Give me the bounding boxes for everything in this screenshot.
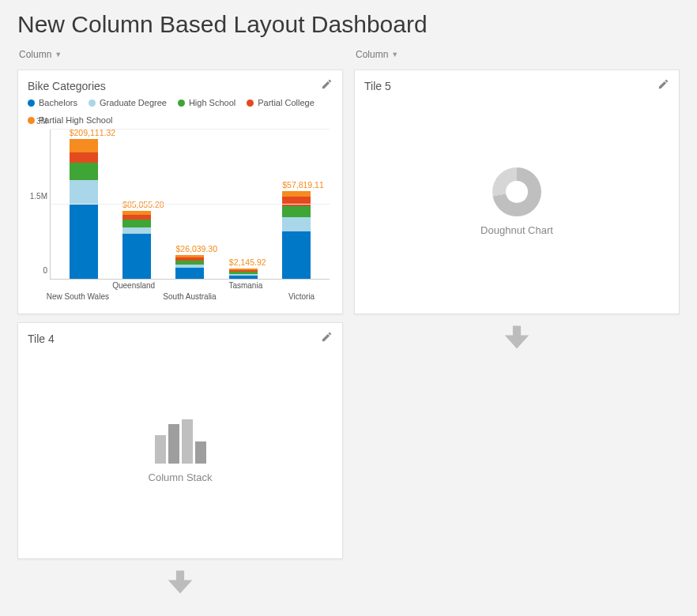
tile-bike-categories[interactable]: Bike Categories BachelorsGraduate Degree…: [17, 69, 343, 314]
legend-swatch: [89, 100, 96, 107]
legend-swatch: [178, 100, 185, 107]
gridline: [51, 204, 330, 205]
bar-segment: [122, 227, 151, 234]
x-axis-label: Victoria: [288, 292, 315, 301]
legend-item: Partial College: [247, 98, 315, 107]
bar-segment: [282, 217, 311, 231]
bar-slot: $209,111.32: [67, 139, 100, 279]
bar-segment: [122, 220, 151, 227]
bar-value-label: $57,819.11: [282, 180, 324, 190]
tile-5-title: Tile 5: [364, 80, 391, 92]
x-axis-label: Queensland: [112, 281, 155, 290]
chart-area: $209,111.32$85,055.28$26,039.30$2,145.92…: [50, 130, 330, 280]
column-left: Column ▼ Bike Categories BachelorsGradua…: [17, 43, 343, 597]
bar-slot: $26,039.30: [173, 255, 206, 279]
tile-5-placeholder-label: Doughnut Chart: [480, 224, 553, 236]
bar-value-label: $2,145.92: [229, 257, 266, 267]
tile-4-title: Tile 4: [28, 332, 55, 345]
column-right-label: Column: [356, 49, 388, 60]
caret-down-icon: ▼: [391, 51, 398, 58]
legend-item: Graduate Degree: [89, 98, 167, 107]
bar-slot: $2,145.92: [227, 269, 260, 279]
bar-value-label: $85,055.28: [122, 200, 164, 209]
caret-down-icon: ▼: [55, 51, 62, 58]
tile-4-placeholder-label: Column Stack: [149, 471, 213, 483]
tile-5[interactable]: Tile 5 Doughnut Chart: [354, 69, 680, 314]
column-right-header[interactable]: Column ▼: [354, 43, 680, 62]
x-axis-label: South Australia: [163, 292, 216, 301]
bar-stack: [70, 139, 98, 279]
bar-segment: [70, 163, 98, 180]
legend-label: Bachelors: [39, 98, 77, 107]
bar-segment: [70, 152, 98, 163]
pencil-icon[interactable]: [657, 78, 669, 93]
tile-bike-title: Bike Categories: [28, 80, 106, 92]
doughnut-icon: [492, 167, 541, 216]
bar-segment: [229, 276, 258, 279]
bar-segment: [175, 268, 204, 279]
column-right: Column ▼ Tile 5 Doughnut Chart: [354, 43, 680, 597]
bar-stack: [175, 255, 204, 279]
bar-segment: [282, 231, 311, 279]
column-left-header[interactable]: Column ▼: [17, 43, 343, 62]
tile-4[interactable]: Tile 4 Column Stack: [17, 322, 343, 559]
chart-legend: BachelorsGraduate DegreeHigh SchoolParti…: [28, 98, 333, 125]
legend-label: Partial High School: [39, 115, 113, 125]
column-stack-icon: [155, 418, 206, 464]
bar-segment: [70, 204, 98, 279]
legend-swatch: [247, 100, 254, 107]
drop-arrow-left[interactable]: [167, 570, 194, 597]
pencil-icon[interactable]: [321, 331, 333, 346]
y-tick: 0: [27, 266, 47, 275]
bar-segment: [70, 139, 98, 153]
bar-segment: [282, 197, 311, 205]
bar-value-label: $26,039.30: [175, 244, 217, 254]
legend-swatch: [28, 100, 35, 107]
legend-item: Bachelors: [28, 98, 77, 107]
bar-slot: $85,055.28: [120, 211, 153, 279]
bar-segment: [122, 234, 151, 279]
y-tick: 3M: [27, 117, 47, 126]
column-left-label: Column: [19, 49, 51, 60]
bar-segment: [282, 206, 311, 218]
legend-item: High School: [178, 98, 235, 107]
bar-segment: [282, 191, 311, 197]
bar-segment: [70, 180, 98, 204]
page-title: New Column Based Layout Dashboard: [0, 0, 697, 43]
bar-stack: [229, 269, 258, 279]
x-axis-label: New South Wales: [47, 292, 109, 301]
chart-xaxis: New South WalesQueenslandSouth Australia…: [50, 280, 330, 306]
pencil-icon[interactable]: [321, 78, 333, 93]
x-axis-label: Tasmania: [228, 281, 262, 290]
legend-label: High School: [189, 98, 235, 107]
legend-label: Partial College: [258, 98, 315, 107]
drop-arrow-right[interactable]: [503, 325, 530, 352]
y-tick: 1.5M: [27, 191, 47, 200]
gridline: [51, 129, 330, 130]
bar-stack: [122, 211, 151, 279]
legend-label: Graduate Degree: [100, 98, 167, 107]
